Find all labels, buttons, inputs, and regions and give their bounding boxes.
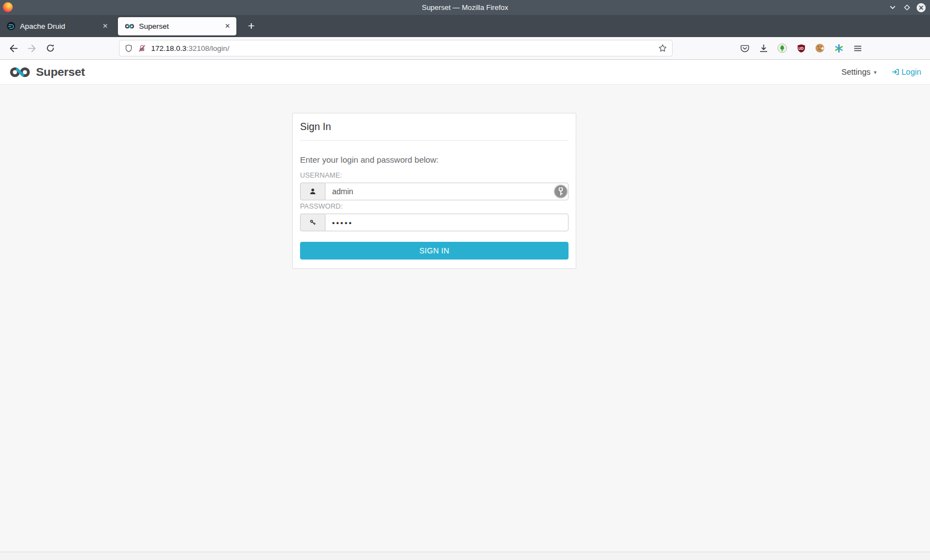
- tab-title: Apache Druid: [20, 22, 101, 30]
- sign-in-icon: [892, 68, 900, 76]
- tab-superset[interactable]: Superset ✕: [118, 17, 236, 35]
- url-bar[interactable]: 172.18.0.3:32108/login/: [119, 40, 673, 56]
- username-label: USERNAME:: [300, 172, 569, 179]
- sign-in-button[interactable]: SIGN IN: [300, 242, 569, 260]
- extension-green-circle-icon[interactable]: [774, 39, 790, 57]
- heading-divider: [300, 140, 569, 141]
- url-path: :32108/login/: [187, 44, 229, 53]
- pocket-icon[interactable]: [736, 39, 753, 57]
- tab-bar: Apache Druid ✕ Superset ✕ +: [0, 15, 930, 37]
- superset-logo-icon: [9, 67, 31, 77]
- bookmark-star-icon[interactable]: [658, 44, 667, 53]
- superset-favicon-icon: [125, 24, 135, 29]
- new-tab-button[interactable]: +: [243, 18, 260, 34]
- page-footer: [0, 552, 930, 560]
- window-minimize-icon[interactable]: [887, 3, 897, 13]
- tab-apache-druid[interactable]: Apache Druid ✕: [0, 17, 114, 35]
- login-link[interactable]: Login: [892, 68, 921, 76]
- browser-toolbar: 172.18.0.3:32108/login/ UD: [0, 37, 930, 60]
- chevron-down-icon: ▾: [874, 69, 876, 75]
- password-manager-key-icon[interactable]: [554, 184, 568, 199]
- window-maximize-icon[interactable]: [902, 3, 912, 13]
- forward-icon[interactable]: [23, 39, 41, 57]
- extension-cookie-icon[interactable]: [812, 39, 828, 57]
- password-input-group: [300, 214, 569, 231]
- extension-ublock-shield-icon[interactable]: UD: [793, 39, 809, 57]
- tab-title: Superset: [139, 22, 223, 30]
- window-titlebar: Superset — Mozilla Firefox: [0, 0, 930, 15]
- key-icon: [300, 214, 325, 231]
- tab-close-icon[interactable]: ✕: [223, 22, 232, 30]
- settings-menu[interactable]: Settings ▾: [841, 68, 876, 76]
- sign-in-card: Sign In Enter your login and password be…: [292, 113, 576, 269]
- extension-asterisk-icon[interactable]: [830, 39, 847, 57]
- insecure-lock-icon[interactable]: [138, 44, 146, 53]
- password-label: PASSWORD:: [300, 203, 569, 210]
- reload-icon[interactable]: [41, 39, 59, 57]
- window-close-icon[interactable]: [916, 3, 926, 13]
- superset-navbar: Superset Settings ▾ Login: [0, 60, 930, 85]
- settings-label: Settings: [841, 68, 870, 76]
- username-input[interactable]: [325, 183, 569, 200]
- back-icon[interactable]: [4, 39, 23, 57]
- superset-brand[interactable]: Superset: [9, 65, 85, 79]
- tracking-protection-shield-icon[interactable]: [125, 44, 133, 53]
- druid-favicon-icon: [7, 22, 16, 30]
- login-label: Login: [902, 68, 921, 76]
- user-icon: [300, 183, 325, 200]
- password-input[interactable]: [325, 214, 569, 231]
- sign-in-heading: Sign In: [300, 121, 569, 133]
- tab-close-icon[interactable]: ✕: [101, 22, 110, 30]
- downloads-icon[interactable]: [755, 39, 772, 57]
- brand-title: Superset: [36, 65, 85, 79]
- menu-hamburger-icon[interactable]: [849, 39, 866, 57]
- username-input-group: [300, 183, 569, 200]
- window-title: Superset — Mozilla Firefox: [0, 0, 930, 15]
- url-host: 172.18.0.3: [151, 44, 187, 53]
- window-controls: [887, 0, 926, 15]
- sign-in-subtitle: Enter your login and password below:: [300, 155, 569, 164]
